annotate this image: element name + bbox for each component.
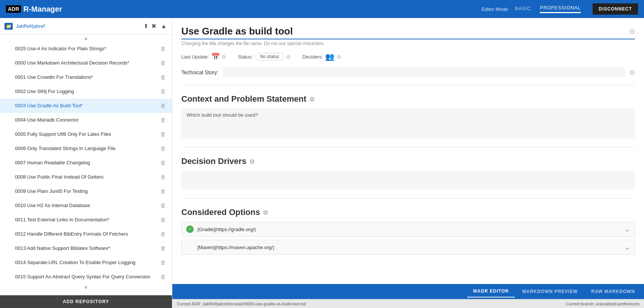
tab-madr-editor[interactable]: MADR EDITOR: [467, 285, 515, 297]
delete-item-button[interactable]: 🗑: [159, 216, 167, 224]
deciders-group: Deciders: 👥 ⊙: [302, 52, 341, 61]
deciders-label: Deciders:: [302, 54, 323, 60]
list-item[interactable]: 0005 Fully Support Utf8 Only For Latex F…: [0, 127, 172, 141]
option-item-gradle[interactable]: ✓ [Gradle](https://gradle.org/) ⌄: [181, 222, 635, 237]
list-item[interactable]: 0007 Human Readable Changelog🗑: [0, 156, 172, 170]
delete-item-button[interactable]: 🗑: [159, 73, 167, 81]
deciders-help-icon[interactable]: ⊙: [337, 54, 341, 60]
list-item[interactable]: 0015 Support An Abstract Query Syntax Fo…: [0, 270, 172, 284]
technical-story-help-icon[interactable]: ⊙: [629, 68, 635, 77]
sidebar-list: ▲ 0025 Use-# As Indicator For Plain Stri…: [0, 35, 172, 295]
list-item[interactable]: 0012 Handle Different BibEntry Formats O…: [0, 227, 172, 241]
delete-item-button[interactable]: 🗑: [159, 87, 167, 95]
options-help-icon[interactable]: ⊙: [263, 209, 268, 216]
disconnect-button[interactable]: DISCONNECT: [593, 3, 638, 15]
list-item-text: 0011 Test External Links In Documentatio…: [15, 217, 159, 222]
option-item-maven[interactable]: [Maven](https://maven.apache.org/) ⌄: [181, 240, 635, 255]
add-repository-button[interactable]: ADD REPOSITORY: [0, 295, 172, 308]
list-item[interactable]: 0010 Use H2 As Internal Database🗑: [0, 198, 172, 213]
option-empty-maven: [186, 243, 194, 251]
status-label: Status:: [238, 54, 253, 60]
list-item[interactable]: 0002 Use Slf4j For Logging🗑: [0, 84, 172, 99]
delete-item-button[interactable]: 🗑: [159, 187, 167, 195]
deciders-icon[interactable]: 👥: [325, 52, 335, 61]
delete-item-button[interactable]: 🗑: [159, 159, 167, 167]
list-item-text: 0006 Only Translated Strings In Language…: [15, 146, 159, 151]
tab-raw-markdown[interactable]: RAW MARKDOWN: [585, 286, 641, 297]
divider-2: [181, 147, 635, 147]
list-item-text: 0015 Support An Abstract Query Syntax Fo…: [15, 274, 159, 279]
list-item[interactable]: 0004 Use Mariadb Connector🗑: [0, 113, 172, 127]
list-item-text: 0025 Use-# As Indicator For Plain String…: [15, 46, 159, 51]
status-group: Status: No status ⊙: [238, 53, 290, 60]
list-item[interactable]: 0008 Use Public Final Instead Of Getters…: [0, 170, 172, 184]
option-check-gradle: ✓: [186, 225, 194, 233]
app-logo: ADR R-Manager: [6, 5, 62, 14]
delete-item-button[interactable]: 🗑: [159, 102, 167, 110]
context-section-title: Context and Problem Statement ⊙: [181, 94, 635, 104]
list-item-text: 0010 Use H2 As Internal Database: [15, 203, 159, 208]
option-chevron-maven[interactable]: ⌄: [625, 243, 630, 251]
list-item[interactable]: 0014 Separate-URL Creation To Enable Pro…: [0, 255, 172, 270]
list-item[interactable]: 0003 Use Gradle As Build Tool*🗑: [0, 99, 172, 113]
logo-text: R-Manager: [23, 5, 62, 14]
delete-item-button[interactable]: 🗑: [159, 45, 167, 53]
status-badge[interactable]: No status: [255, 53, 284, 60]
upload-button[interactable]: ⬆: [143, 22, 149, 30]
delete-item-button[interactable]: 🗑: [159, 130, 167, 138]
list-item[interactable]: 0006 Only Translated Strings In Language…: [0, 141, 172, 156]
meta-row: Last Update: 📅 ⊙ Status: No status ⊙ Dec…: [181, 52, 635, 61]
technical-story-row: Technical Story: ⊙: [181, 67, 635, 77]
tab-markdown-preview[interactable]: MARKDOWN PREVIEW: [516, 286, 584, 297]
delete-item-button[interactable]: 🗑: [159, 173, 167, 181]
list-item-text: 0003 Use Gradle As Build Tool*: [15, 103, 159, 108]
list-item-text: 0002 Use Slf4j For Logging: [15, 89, 159, 94]
last-update-help-icon[interactable]: ⊙: [222, 54, 226, 60]
current-adr-path: Current ADR: JabRef/jabref/docs/adr/0003…: [177, 302, 306, 306]
context-textarea[interactable]: Which build tool should be used?: [181, 108, 635, 138]
sidebar: 📁 JabRef/jabref ⬆ ✖ ▲ ▲ 0025 Use-# As In…: [0, 18, 172, 308]
delete-item-button[interactable]: 🗑: [159, 116, 167, 124]
list-item[interactable]: 0011 Test External Links In Documentatio…: [0, 213, 172, 227]
tab-professional[interactable]: PROFESSIONAL: [540, 5, 581, 13]
options-list: ✓ [Gradle](https://gradle.org/) ⌄ [Maven…: [181, 222, 635, 255]
context-title-text: Context and Problem Statement: [181, 94, 306, 104]
list-item[interactable]: 0009 Use Plain Junit5 For Testing🗑: [0, 184, 172, 198]
delete-item-button[interactable]: 🗑: [159, 273, 167, 281]
option-text-maven: [Maven](https://maven.apache.org/): [197, 245, 625, 250]
delete-item-button[interactable]: 🗑: [159, 201, 167, 209]
drivers-textarea[interactable]: [181, 171, 635, 189]
current-branch-value: unlocalized-preferences: [596, 302, 640, 306]
technical-story-label: Technical Story:: [181, 69, 218, 75]
collapse-sidebar-button[interactable]: ▲: [160, 22, 167, 30]
list-item[interactable]: 0000 Use Markdown Architectural Decision…: [0, 56, 172, 70]
title-row: ⊙: [181, 24, 635, 39]
list-item[interactable]: 0001 Use Crowdin For Translations*🗑: [0, 70, 172, 84]
context-help-icon[interactable]: ⊙: [309, 96, 314, 103]
list-item-text: 0007 Human Readable Changelog: [15, 160, 159, 165]
list-item-text: 0001 Use Crowdin For Translations*: [15, 74, 159, 80]
current-branch-info: Current branch: unlocalized-preferences: [566, 302, 640, 306]
option-chevron-gradle[interactable]: ⌄: [625, 225, 630, 233]
current-branch-label: Current branch:: [566, 302, 595, 306]
scroll-up-indicator: ▲: [0, 35, 172, 42]
list-item[interactable]: 0025 Use-# As Indicator For Plain String…: [0, 42, 172, 56]
title-input[interactable]: [181, 24, 629, 39]
delete-item-button[interactable]: 🗑: [159, 59, 167, 67]
status-bar: Current ADR: JabRef/jabref/docs/adr/0003…: [172, 299, 644, 308]
delete-item-button[interactable]: 🗑: [159, 144, 167, 152]
close-repo-button[interactable]: ✖: [151, 22, 157, 30]
calendar-icon[interactable]: 📅: [211, 53, 220, 61]
drivers-help-icon[interactable]: ⊙: [250, 158, 254, 165]
list-item-text: 0008 Use Public Final Instead Of Getters: [15, 174, 159, 180]
editor-area: ⊙ Changing the title changes the file na…: [172, 18, 644, 284]
delete-item-button[interactable]: 🗑: [159, 230, 167, 238]
tab-basic[interactable]: BASIC: [515, 6, 531, 13]
delete-item-button[interactable]: 🗑: [159, 258, 167, 266]
technical-story-input[interactable]: [223, 67, 625, 77]
title-help-icon[interactable]: ⊙: [629, 27, 635, 36]
list-item[interactable]: 0013 Add Native Support Biblatex Softwar…: [0, 241, 172, 255]
status-help-icon[interactable]: ⊙: [286, 54, 290, 60]
delete-item-button[interactable]: 🗑: [159, 244, 167, 252]
mode-tabs: BASIC PROFESSIONAL: [515, 5, 581, 13]
